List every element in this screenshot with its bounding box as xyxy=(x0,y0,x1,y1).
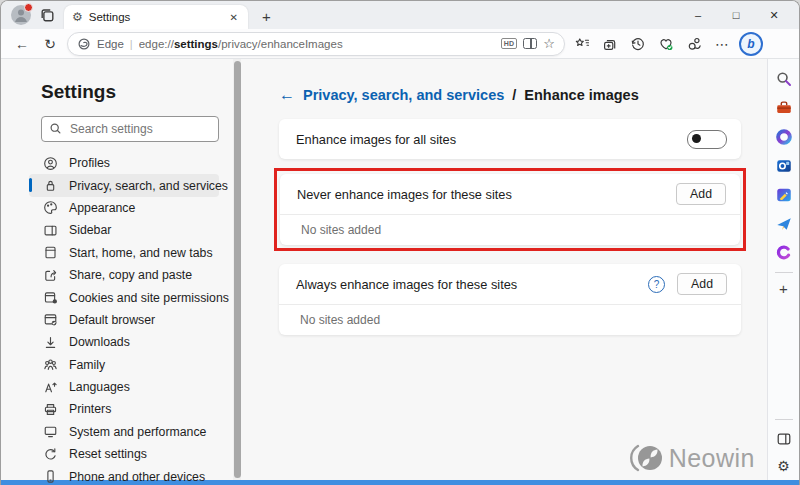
tab-title: Settings xyxy=(89,11,222,23)
sidebar-search-icon[interactable] xyxy=(774,69,794,89)
reset-icon xyxy=(43,447,58,462)
sidebar-outlook-icon[interactable] xyxy=(774,156,794,176)
phone-icon xyxy=(43,469,58,484)
tab-strip: ⚙ Settings ✕ + – □ ✕ xyxy=(1,1,799,29)
breadcrumb-separator: / xyxy=(512,87,516,103)
hd-badge-icon[interactable]: HD xyxy=(501,38,518,49)
edge-logo-icon xyxy=(77,37,91,51)
always-enhance-label: Always enhance images for these sites xyxy=(296,277,638,292)
sidebar-layout-icon xyxy=(43,223,58,238)
sidebar-item-languages[interactable]: Languages xyxy=(29,376,219,398)
edge-sidebar: + ⚙ xyxy=(767,59,799,480)
sidebar-item-phone-devices[interactable]: Phone and other devices xyxy=(29,465,219,485)
always-enhance-add-button[interactable]: Add xyxy=(677,273,727,295)
sidebar-divider xyxy=(775,272,793,273)
extensions-icon[interactable] xyxy=(683,36,705,52)
collections-icon[interactable] xyxy=(599,36,621,52)
minimize-button[interactable]: – xyxy=(679,1,717,29)
url-text: edge://settings/privacy/enhanceImages xyxy=(139,38,343,50)
profile-avatar[interactable] xyxy=(11,5,31,25)
breadcrumb: ← Privacy, search, and services / Enhanc… xyxy=(279,86,767,104)
sidebar-drop-icon[interactable] xyxy=(774,214,794,234)
sidebar-item-default-browser[interactable]: Default browser xyxy=(29,309,219,331)
watermark-text: Neowin xyxy=(669,444,755,473)
address-bar[interactable]: Edge | edge://settings/privacy/enhanceIm… xyxy=(67,32,565,56)
neowin-watermark: Neowin xyxy=(630,442,755,474)
settings-title: Settings xyxy=(41,81,233,103)
close-button[interactable]: ✕ xyxy=(755,1,793,29)
favorites-icon[interactable] xyxy=(571,36,593,52)
settings-content: ← Privacy, search, and services / Enhanc… xyxy=(241,59,767,480)
page-title: Enhance images xyxy=(524,87,638,103)
sidebar-panel-icon[interactable] xyxy=(774,429,794,449)
sidebar-games-icon[interactable] xyxy=(774,243,794,263)
back-icon[interactable]: ← xyxy=(11,36,33,52)
settings-search-input[interactable] xyxy=(41,116,219,142)
sidebar-designer-icon[interactable] xyxy=(774,185,794,205)
refresh-icon[interactable]: ↻ xyxy=(39,36,61,52)
site-name: Edge xyxy=(97,38,124,50)
sidebar-item-profiles[interactable]: Profiles xyxy=(29,152,219,174)
sidebar-item-reset-settings[interactable]: Reset settings xyxy=(29,443,219,465)
red-highlight-box: Never enhance images for these sites Add… xyxy=(274,168,746,251)
profiles-icon xyxy=(43,156,58,171)
sidebar-tools-icon[interactable] xyxy=(774,98,794,118)
never-enhance-add-button[interactable]: Add xyxy=(676,183,726,205)
browser-essentials-icon[interactable] xyxy=(655,36,677,52)
cookie-gear-icon xyxy=(43,290,58,305)
neowin-logo-icon xyxy=(630,442,664,474)
settings-tab-gear-icon: ⚙ xyxy=(72,10,83,24)
monitor-icon xyxy=(43,424,58,439)
lock-icon xyxy=(43,178,58,193)
never-enhance-label: Never enhance images for these sites xyxy=(297,187,666,202)
tab-close-icon[interactable]: ✕ xyxy=(228,10,240,25)
always-enhance-card: Always enhance images for these sites ? … xyxy=(279,264,741,335)
workspaces-icon[interactable] xyxy=(39,7,56,24)
never-enhance-empty-state: No sites added xyxy=(280,215,740,245)
never-enhance-card: Never enhance images for these sites Add… xyxy=(280,174,740,245)
settings-sidebar: Settings Profiles Privacy, search, and s… xyxy=(1,59,233,480)
always-enhance-empty-state: No sites added xyxy=(279,305,741,335)
new-tab-button[interactable]: + xyxy=(258,5,275,29)
tab-settings[interactable]: ⚙ Settings ✕ xyxy=(64,5,248,29)
bing-copilot-icon[interactable]: b xyxy=(739,32,763,56)
toggle-knob xyxy=(692,134,701,143)
family-icon xyxy=(43,357,58,372)
page-icon xyxy=(43,245,58,260)
download-icon xyxy=(43,335,58,350)
help-icon[interactable]: ? xyxy=(648,276,665,293)
sidebar-settings-gear-icon[interactable]: ⚙ xyxy=(777,458,790,474)
scrollbar-thumb[interactable] xyxy=(234,61,241,478)
browser-check-icon xyxy=(43,312,58,327)
address-divider: | xyxy=(130,38,133,50)
printer-icon xyxy=(43,402,58,417)
favorite-star-icon[interactable]: ☆ xyxy=(543,36,555,51)
enhance-all-sites-label: Enhance images for all sites xyxy=(296,132,677,147)
sidebar-item-printers[interactable]: Printers xyxy=(29,398,219,420)
sidebar-item-sidebar[interactable]: Sidebar xyxy=(29,219,219,241)
breadcrumb-parent-link[interactable]: Privacy, search, and services xyxy=(303,87,504,103)
sidebar-item-privacy-search-services[interactable]: Privacy, search, and services xyxy=(29,174,219,196)
sidebar-item-start-home-newtabs[interactable]: Start, home, and new tabs xyxy=(29,242,219,264)
split-screen-icon[interactable] xyxy=(523,38,537,49)
sidebar-item-cookies-permissions[interactable]: Cookies and site permissions xyxy=(29,286,219,308)
sidebar-item-appearance[interactable]: Appearance xyxy=(29,197,219,219)
enhance-images-toggle[interactable] xyxy=(687,130,727,149)
palette-icon xyxy=(43,200,58,215)
sidebar-copilot-icon[interactable] xyxy=(774,127,794,147)
sidebar-item-downloads[interactable]: Downloads xyxy=(29,331,219,353)
browser-toolbar: ← ↻ Edge | edge://settings/privacy/enhan… xyxy=(1,29,799,59)
more-options-icon[interactable]: ⋯ xyxy=(711,36,733,52)
language-icon xyxy=(43,380,58,395)
search-icon xyxy=(49,122,62,135)
sidebar-item-system-performance[interactable]: System and performance xyxy=(29,421,219,443)
profile-notification-dot xyxy=(24,3,33,12)
sidebar-item-family[interactable]: Family xyxy=(29,354,219,376)
sidebar-item-share-copy-paste[interactable]: Share, copy and paste xyxy=(29,264,219,286)
history-icon[interactable] xyxy=(627,36,649,52)
browser-window: ⚙ Settings ✕ + – □ ✕ ← ↻ Edge | edge://s… xyxy=(0,0,800,485)
enhance-all-sites-card: Enhance images for all sites xyxy=(279,119,741,159)
sidebar-add-button[interactable]: + xyxy=(779,282,788,296)
breadcrumb-back-icon[interactable]: ← xyxy=(279,86,295,104)
maximize-button[interactable]: □ xyxy=(717,1,755,29)
